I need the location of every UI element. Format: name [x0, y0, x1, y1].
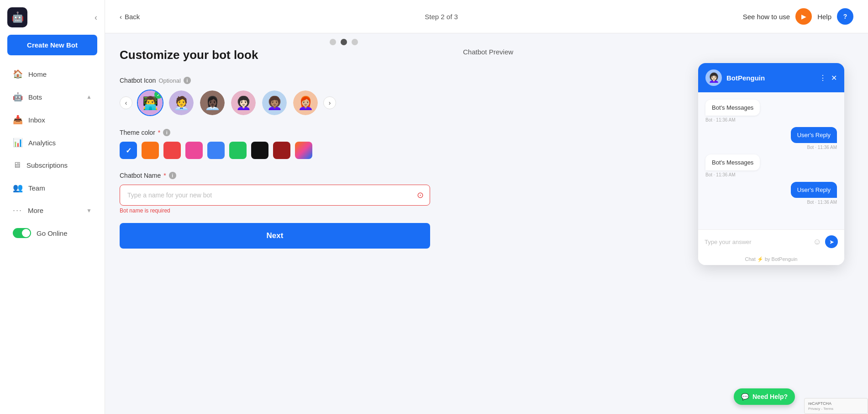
home-icon: 🏠 — [13, 69, 23, 79]
page-title: Customize your bot look — [120, 48, 258, 62]
color-swatch-orange[interactable] — [142, 142, 159, 159]
avatar-row: ‹ 👨‍💻 ✓ 🧑‍💼 👩🏿‍💼 👩🏻‍🦱 — [120, 90, 430, 116]
sidebar-item-label: More — [28, 207, 81, 214]
topbar-right: See how to use ▶ Help ? — [743, 8, 853, 25]
required-mark: * — [158, 129, 160, 136]
avatar-item-5[interactable]: 👩🏼‍🦰 — [292, 90, 319, 116]
back-arrow-icon: ‹ — [120, 13, 122, 21]
sidebar-item-team[interactable]: 👥 Team — [4, 177, 101, 198]
chevron-down-icon: ▼ — [86, 207, 92, 214]
go-online-label: Go Online — [37, 229, 68, 237]
step-indicator: Step 2 of 3 — [425, 13, 458, 21]
color-swatch-black[interactable] — [251, 142, 268, 159]
user-message-2: User's Reply Bot · 11:36 AM — [705, 182, 837, 205]
input-error-icon: ⊙ — [417, 190, 424, 200]
bot-name-input[interactable] — [120, 185, 430, 206]
bot-name-error: Bot name is required — [120, 207, 430, 214]
sidebar-logo: 🤖 ‹ — [0, 7, 105, 35]
user-message-text-2: User's Reply — [791, 182, 837, 198]
form-area: Customize your bot look Chatbot Icon Opt… — [120, 48, 430, 399]
chat-close-icon[interactable]: ✕ — [831, 74, 837, 82]
content-inner: Customize your bot look Chatbot Icon Opt… — [120, 48, 853, 399]
avatar-next-button[interactable]: › — [323, 96, 336, 109]
topbar: ‹ Back Step 2 of 3 See how to use ▶ Help… — [105, 0, 868, 33]
required-mark: * — [163, 172, 166, 179]
team-icon: 👥 — [13, 183, 23, 193]
chat-body: Bot's Messages Bot · 11:36 AM User's Rep… — [698, 92, 844, 229]
user-message-text-1: User's Reply — [791, 127, 837, 143]
sidebar-item-more[interactable]: ··· More ▼ — [4, 200, 101, 221]
user-message-1: User's Reply Bot · 11:36 AM — [705, 127, 837, 150]
chevron-up-icon: ▲ — [86, 94, 92, 100]
subscriptions-icon: 🖥 — [13, 160, 21, 170]
chat-footer-icons: ☺ ➤ — [813, 235, 838, 248]
color-swatch-blue[interactable] — [120, 142, 137, 159]
bot-message-time-1: Bot · 11:36 AM — [705, 117, 736, 122]
color-swatch-pink[interactable] — [185, 142, 203, 159]
help-button[interactable]: ? — [837, 8, 853, 25]
main-content: ‹ Back Step 2 of 3 See how to use ▶ Help… — [105, 0, 868, 414]
color-swatch-lightblue[interactable] — [207, 142, 225, 159]
page-content: Customize your bot look Chatbot Icon Opt… — [105, 33, 868, 414]
need-help-label: Need Help? — [752, 393, 788, 400]
user-message-time-2: Bot · 11:36 AM — [807, 200, 837, 205]
chat-header-icons: ⋮ ✕ — [819, 74, 837, 82]
sidebar-item-label: Inbox — [28, 116, 92, 124]
color-swatch-green[interactable] — [229, 142, 247, 159]
sidebar-item-label: Subscriptions — [26, 161, 92, 169]
sidebar-item-subscriptions[interactable]: 🖥 Subscriptions — [4, 155, 101, 175]
chat-answer-input[interactable]: Type your answer — [705, 239, 813, 245]
step-dot-2 — [341, 39, 347, 45]
go-online-toggle-section: Go Online — [4, 223, 101, 244]
play-button[interactable]: ▶ — [795, 8, 812, 25]
avatar-item-3[interactable]: 👩🏻‍🦱 — [230, 90, 257, 116]
bot-message-time-2: Bot · 11:36 AM — [705, 172, 736, 177]
see-how-label: See how to use — [743, 13, 790, 21]
chat-bot-avatar: 👩🏻‍🦱 — [705, 69, 722, 86]
chatbot-name-label: Chatbot Name * i — [120, 172, 430, 179]
sidebar-collapse-icon[interactable]: ‹ — [95, 13, 97, 22]
recaptcha-widget: reCAPTCHA Privacy - Terms — [804, 398, 868, 414]
sidebar-item-inbox[interactable]: 📥 Inbox — [4, 109, 101, 130]
bot-message-2: Bot's Messages Bot · 11:36 AM — [705, 154, 837, 177]
bot-message-text-2: Bot's Messages — [705, 154, 760, 170]
sidebar-item-bots[interactable]: 🤖 Bots ▲ — [4, 86, 101, 107]
optional-label: Optional — [158, 77, 180, 84]
step-dot-3 — [352, 39, 358, 45]
chat-more-icon[interactable]: ⋮ — [819, 74, 826, 82]
create-new-bot-button[interactable]: Create New Bot — [7, 35, 97, 55]
next-button[interactable]: Next — [120, 223, 430, 249]
color-swatch-gradient[interactable] — [295, 142, 312, 159]
avatar-item-0[interactable]: 👨‍💻 ✓ — [137, 90, 163, 116]
bot-name-input-wrapper: ⊙ — [120, 185, 430, 206]
chat-header: 👩🏻‍🦱 BotPenguin ⋮ ✕ — [698, 63, 844, 92]
need-help-button[interactable]: 💬 Need Help? — [734, 388, 795, 405]
color-swatch-darkred[interactable] — [273, 142, 290, 159]
user-message-time-1: Bot · 11:36 AM — [807, 145, 837, 150]
recaptcha-label: reCAPTCHA — [808, 401, 864, 406]
avatar-prev-button[interactable]: ‹ — [120, 96, 132, 109]
avatar-item-4[interactable]: 👩🏽‍🦱 — [261, 90, 288, 116]
sidebar: 🤖 ‹ Create New Bot 🏠 Home 🤖 Bots ▲ 📥 Inb… — [0, 0, 105, 414]
avatar-item-1[interactable]: 🧑‍💼 — [168, 90, 195, 116]
bot-message-1: Bot's Messages Bot · 11:36 AM — [705, 100, 837, 122]
avatar-selected-check: ✓ — [154, 90, 163, 99]
logo-icon: 🤖 — [7, 7, 27, 27]
avatar-item-2[interactable]: 👩🏿‍💼 — [199, 90, 226, 116]
bot-message-text-1: Bot's Messages — [705, 100, 760, 116]
bot-name-input-group: ⊙ Bot name is required — [120, 185, 430, 214]
chatbot-icon-label: Chatbot Icon Optional i — [120, 77, 430, 84]
step-dots — [330, 39, 358, 45]
back-button[interactable]: ‹ Back — [120, 13, 140, 21]
help-label: Help — [817, 13, 831, 21]
emoji-icon[interactable]: ☺ — [813, 237, 821, 247]
sidebar-item-label: Team — [28, 184, 92, 192]
analytics-icon: 📊 — [13, 138, 23, 148]
chat-footer: Type your answer ☺ ➤ — [698, 229, 844, 254]
sidebar-item-analytics[interactable]: 📊 Analytics — [4, 132, 101, 153]
chat-send-button[interactable]: ➤ — [825, 235, 838, 248]
go-online-toggle[interactable] — [13, 228, 31, 238]
color-swatches — [120, 142, 430, 159]
color-swatch-red[interactable] — [163, 142, 181, 159]
sidebar-item-home[interactable]: 🏠 Home — [4, 64, 101, 85]
